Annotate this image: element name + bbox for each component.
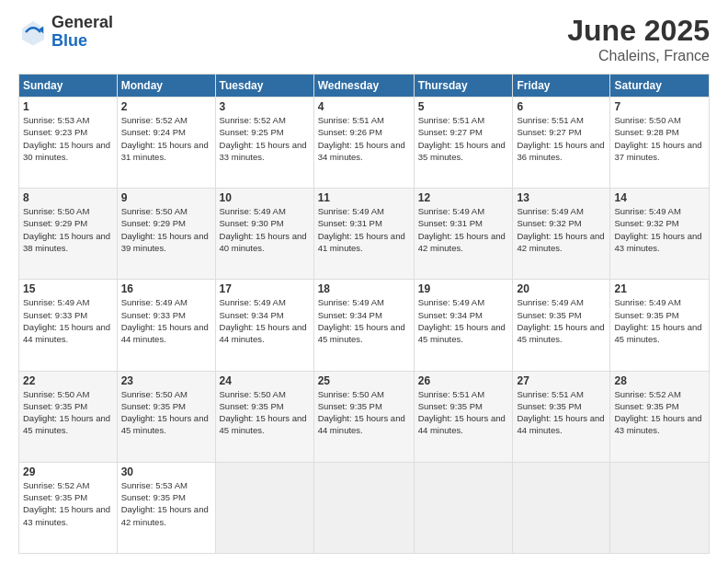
table-row: 29Sunrise: 5:52 AM Sunset: 9:35 PM Dayli…	[19, 462, 118, 553]
table-row: 4Sunrise: 5:51 AM Sunset: 9:26 PM Daylig…	[313, 98, 414, 189]
logo-blue-text: Blue	[51, 32, 113, 51]
table-row: 2Sunrise: 5:52 AM Sunset: 9:24 PM Daylig…	[117, 98, 215, 189]
table-row: 12Sunrise: 5:49 AM Sunset: 9:31 PM Dayli…	[414, 189, 513, 280]
table-row: 25Sunrise: 5:50 AM Sunset: 9:35 PM Dayli…	[313, 371, 414, 462]
title-month: June 2025	[567, 14, 710, 48]
table-row: 17Sunrise: 5:49 AM Sunset: 9:34 PM Dayli…	[215, 280, 313, 371]
table-row: 14Sunrise: 5:49 AM Sunset: 9:32 PM Dayli…	[610, 189, 710, 280]
col-header-tuesday: Tuesday	[215, 75, 313, 98]
table-row: 15Sunrise: 5:49 AM Sunset: 9:33 PM Dayli…	[19, 280, 118, 371]
table-row: 20Sunrise: 5:49 AM Sunset: 9:35 PM Dayli…	[513, 280, 610, 371]
table-row: 3Sunrise: 5:52 AM Sunset: 9:25 PM Daylig…	[215, 98, 313, 189]
table-row: 5Sunrise: 5:51 AM Sunset: 9:27 PM Daylig…	[414, 98, 513, 189]
table-row: 6Sunrise: 5:51 AM Sunset: 9:27 PM Daylig…	[513, 98, 610, 189]
table-row: 30Sunrise: 5:53 AM Sunset: 9:35 PM Dayli…	[117, 462, 215, 553]
table-row	[513, 462, 610, 553]
table-row	[313, 462, 414, 553]
col-header-thursday: Thursday	[414, 75, 513, 98]
title-location: Chaleins, France	[567, 48, 710, 64]
calendar-week-1: 1Sunrise: 5:53 AM Sunset: 9:23 PM Daylig…	[19, 98, 710, 189]
table-row: 11Sunrise: 5:49 AM Sunset: 9:31 PM Dayli…	[313, 189, 414, 280]
table-row: 26Sunrise: 5:51 AM Sunset: 9:35 PM Dayli…	[414, 371, 513, 462]
col-header-friday: Friday	[513, 75, 610, 98]
col-header-wednesday: Wednesday	[313, 75, 414, 98]
col-header-saturday: Saturday	[610, 75, 710, 98]
calendar-week-2: 8Sunrise: 5:50 AM Sunset: 9:29 PM Daylig…	[19, 189, 710, 280]
table-row: 24Sunrise: 5:50 AM Sunset: 9:35 PM Dayli…	[215, 371, 313, 462]
table-row: 7Sunrise: 5:50 AM Sunset: 9:28 PM Daylig…	[610, 98, 710, 189]
table-row: 10Sunrise: 5:49 AM Sunset: 9:30 PM Dayli…	[215, 189, 313, 280]
title-block: June 2025 Chaleins, France	[567, 14, 710, 64]
logo-text: General Blue	[51, 14, 113, 51]
col-header-monday: Monday	[117, 75, 215, 98]
table-row: 16Sunrise: 5:49 AM Sunset: 9:33 PM Dayli…	[117, 280, 215, 371]
table-row	[215, 462, 313, 553]
table-row: 22Sunrise: 5:50 AM Sunset: 9:35 PM Dayli…	[19, 371, 118, 462]
calendar-week-5: 29Sunrise: 5:52 AM Sunset: 9:35 PM Dayli…	[19, 462, 710, 553]
table-row: 27Sunrise: 5:51 AM Sunset: 9:35 PM Dayli…	[513, 371, 610, 462]
calendar-week-4: 22Sunrise: 5:50 AM Sunset: 9:35 PM Dayli…	[19, 371, 710, 462]
table-row: 23Sunrise: 5:50 AM Sunset: 9:35 PM Dayli…	[117, 371, 215, 462]
table-row: 28Sunrise: 5:52 AM Sunset: 9:35 PM Dayli…	[610, 371, 710, 462]
calendar: Sunday Monday Tuesday Wednesday Thursday…	[18, 74, 710, 554]
table-row: 9Sunrise: 5:50 AM Sunset: 9:29 PM Daylig…	[117, 189, 215, 280]
page: General Blue June 2025 Chaleins, France …	[0, 0, 728, 563]
table-row: 19Sunrise: 5:49 AM Sunset: 9:34 PM Dayli…	[414, 280, 513, 371]
col-header-sunday: Sunday	[19, 75, 118, 98]
table-row	[414, 462, 513, 553]
calendar-week-3: 15Sunrise: 5:49 AM Sunset: 9:33 PM Dayli…	[19, 280, 710, 371]
table-row: 8Sunrise: 5:50 AM Sunset: 9:29 PM Daylig…	[19, 189, 118, 280]
logo-icon	[18, 17, 48, 47]
logo: General Blue	[18, 14, 113, 51]
header: General Blue June 2025 Chaleins, France	[18, 14, 710, 64]
table-row: 18Sunrise: 5:49 AM Sunset: 9:34 PM Dayli…	[313, 280, 414, 371]
table-row	[610, 462, 710, 553]
table-row: 1Sunrise: 5:53 AM Sunset: 9:23 PM Daylig…	[19, 98, 118, 189]
logo-general-text: General	[51, 14, 113, 32]
table-row: 13Sunrise: 5:49 AM Sunset: 9:32 PM Dayli…	[513, 189, 610, 280]
table-row: 21Sunrise: 5:49 AM Sunset: 9:35 PM Dayli…	[610, 280, 710, 371]
calendar-header-row: Sunday Monday Tuesday Wednesday Thursday…	[19, 75, 710, 98]
